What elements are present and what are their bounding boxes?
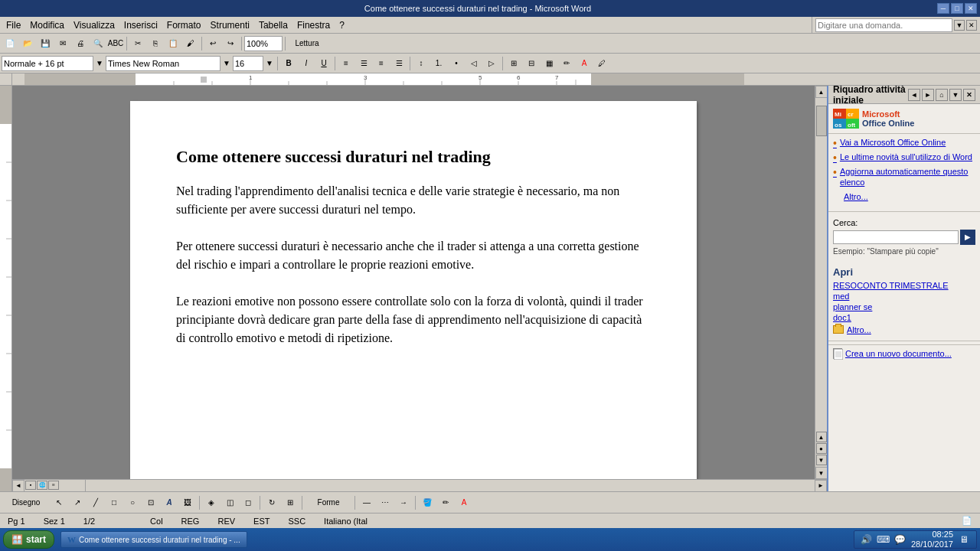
tray-icon-3[interactable]: 💬: [894, 533, 906, 546]
show-desktop-btn[interactable]: 🖥: [958, 533, 970, 546]
start-button[interactable]: 🪟 start: [3, 530, 54, 549]
tray-icon-2[interactable]: ⌨: [877, 533, 890, 546]
undo-btn[interactable]: ↩: [204, 35, 221, 52]
drawing-rect-btn[interactable]: □: [106, 494, 122, 511]
drawing-arrow-btn[interactable]: ↗: [69, 494, 86, 511]
scroll-up-btn[interactable]: ▲: [815, 86, 828, 98]
menu-help[interactable]: ?: [335, 18, 349, 32]
rp-back-btn[interactable]: ◄: [908, 89, 920, 101]
menu-tabella[interactable]: Tabella: [254, 18, 292, 32]
rp-search-input[interactable]: [833, 230, 959, 244]
close-button[interactable]: ✕: [965, 3, 977, 14]
redo-btn[interactable]: ↪: [222, 35, 239, 52]
prev-page-btn[interactable]: ▲: [816, 432, 827, 442]
font-size-dropdown-btn[interactable]: ▼: [264, 55, 275, 72]
h-scroll-left-btn[interactable]: ◄: [12, 480, 24, 492]
arrow-style-btn[interactable]: →: [395, 494, 412, 511]
menu-inserisci[interactable]: Inserisci: [119, 18, 162, 32]
menu-formato[interactable]: Formato: [162, 18, 206, 32]
columns-btn[interactable]: ▦: [541, 55, 557, 72]
menu-modifica[interactable]: Modifica: [25, 18, 69, 32]
maximize-button[interactable]: □: [951, 3, 963, 14]
forme-menu-btn[interactable]: Forme: [305, 494, 351, 511]
rp-file-2[interactable]: med: [833, 292, 975, 301]
drawing-cursor-btn[interactable]: ↖: [51, 494, 67, 511]
numbering-btn[interactable]: 1.: [430, 55, 447, 72]
rp-altro-link[interactable]: Altro...: [844, 191, 975, 202]
drawing-group-btn[interactable]: ⊞: [282, 494, 299, 511]
align-center-btn[interactable]: ☰: [355, 55, 372, 72]
tray-icon-1[interactable]: 🔊: [861, 533, 873, 546]
justify-btn[interactable]: ☰: [390, 55, 407, 72]
drawing-shadow-btn[interactable]: ◫: [221, 494, 238, 511]
outline-view-btn[interactable]: ≡: [48, 481, 59, 490]
taskbar-word-app[interactable]: W Come ottenere successi duraturi nel tr…: [60, 531, 247, 548]
rp-new-doc-btn[interactable]: Crea un nuovo documento...: [828, 344, 980, 362]
font-color-draw-btn[interactable]: A: [456, 494, 472, 511]
scroll-thumb[interactable]: [816, 106, 827, 136]
rp-close-btn[interactable]: ✕: [963, 89, 975, 101]
line-color-btn[interactable]: ✏: [437, 494, 454, 511]
save-btn[interactable]: 💾: [37, 35, 54, 52]
rp-link-1[interactable]: • Vai a Microsoft Office Online: [833, 137, 975, 148]
highlight-btn[interactable]: 🖊: [593, 55, 610, 72]
ask-submit-btn[interactable]: ▼: [954, 20, 965, 31]
rp-home-btn[interactable]: ⌂: [936, 89, 948, 101]
h-scroll-right-btn[interactable]: ►: [815, 480, 827, 492]
font-name-input[interactable]: [106, 56, 220, 71]
rp-file-3[interactable]: planner se: [833, 302, 975, 311]
increase-indent-btn[interactable]: ▷: [483, 55, 500, 72]
rp-forward-btn[interactable]: ►: [922, 89, 934, 101]
scroll-track[interactable]: [815, 98, 828, 430]
align-left-btn[interactable]: ≡: [338, 55, 354, 72]
drawing-menu-btn[interactable]: Disegno: [3, 494, 49, 511]
menu-visualizza[interactable]: Visualizza: [69, 18, 119, 32]
insert-table-btn[interactable]: ⊟: [523, 55, 540, 72]
underline-btn[interactable]: U: [315, 55, 332, 72]
bullets-btn[interactable]: •: [448, 55, 465, 72]
ask-close-btn[interactable]: ✕: [966, 20, 977, 31]
style-dropdown-btn[interactable]: ▼: [94, 55, 105, 72]
open-btn[interactable]: 📂: [19, 35, 36, 52]
font-color-btn[interactable]: A: [576, 55, 593, 72]
drawing-3d-btn[interactable]: ◻: [240, 494, 256, 511]
italic-btn[interactable]: I: [298, 55, 315, 72]
rp-altro-open-btn[interactable]: Altro...: [833, 325, 975, 334]
next-page-btn[interactable]: ▼: [816, 455, 827, 465]
print-btn[interactable]: 🖨: [72, 35, 89, 52]
rp-file-1[interactable]: RESOCONTO TRIMESTRALE: [833, 281, 975, 290]
fill-color-btn[interactable]: 🪣: [419, 494, 436, 511]
rp-link-3[interactable]: • Aggiorna automaticamente questo elenco: [833, 166, 975, 188]
rp-file-4[interactable]: doc1: [833, 313, 975, 322]
menu-file[interactable]: File: [2, 18, 25, 32]
menu-finestra[interactable]: Finestra: [292, 18, 335, 32]
ask-question-input[interactable]: [815, 18, 952, 32]
select-browse-btn[interactable]: ●: [816, 443, 827, 454]
drawing-textbox-btn[interactable]: ⊡: [142, 494, 159, 511]
font-dropdown-btn[interactable]: ▼: [221, 55, 232, 72]
drawing-rotate-btn[interactable]: ↻: [263, 494, 280, 511]
reading-mode-btn[interactable]: Lettura: [288, 35, 326, 52]
web-view-btn[interactable]: 🌐: [37, 481, 47, 490]
h-scroll-track[interactable]: [86, 480, 815, 492]
document-scroll-area[interactable]: Come ottenere successi duraturi nel trad…: [12, 86, 815, 479]
drawing-oval-btn[interactable]: ○: [124, 494, 141, 511]
align-right-btn[interactable]: ≡: [373, 55, 390, 72]
zoom-input[interactable]: [244, 36, 283, 51]
new-btn[interactable]: 📄: [2, 35, 18, 52]
line-spacing-btn[interactable]: ↕: [413, 55, 430, 72]
font-size-input[interactable]: [233, 56, 263, 71]
copy-btn[interactable]: ⎘: [147, 35, 164, 52]
style-input[interactable]: [2, 56, 93, 71]
drawing-btn[interactable]: ✏: [558, 55, 575, 72]
email-btn[interactable]: ✉: [54, 35, 71, 52]
tables-btn[interactable]: ⊞: [505, 55, 522, 72]
scroll-down-btn[interactable]: ▼: [815, 467, 828, 479]
format-painter-btn[interactable]: 🖌: [182, 35, 199, 52]
normal-view-btn[interactable]: ▪: [25, 481, 36, 490]
dash-style-btn[interactable]: ⋯: [377, 494, 394, 511]
rp-search-btn[interactable]: ▶: [960, 230, 975, 245]
preview-btn[interactable]: 🔍: [90, 35, 106, 52]
decrease-indent-btn[interactable]: ◁: [466, 55, 482, 72]
line-style-btn[interactable]: —: [358, 494, 375, 511]
